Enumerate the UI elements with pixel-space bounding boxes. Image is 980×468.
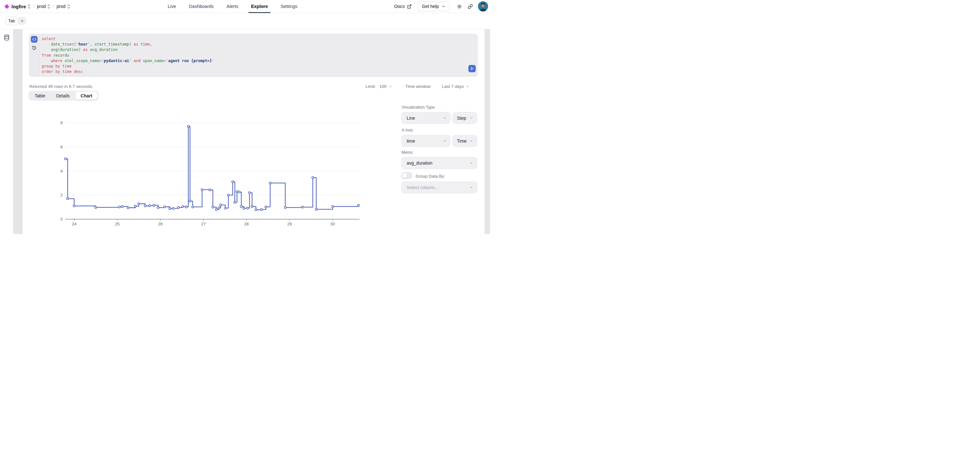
limit-select[interactable]: 100 — [379, 84, 392, 89]
query-history-button[interactable] — [31, 45, 38, 51]
data-point-marker[interactable] — [178, 207, 180, 209]
get-help-button[interactable]: Get help — [417, 2, 450, 11]
data-point-marker[interactable] — [358, 204, 360, 206]
data-point-marker[interactable] — [138, 203, 140, 205]
docs-link[interactable]: Docs — [394, 4, 412, 9]
data-point-marker[interactable] — [201, 189, 203, 191]
sort-chevrons-icon — [48, 4, 50, 9]
share-link-button[interactable] — [466, 2, 475, 11]
data-point-marker[interactable] — [224, 207, 226, 209]
nav-item-explore[interactable]: Explore — [248, 0, 270, 13]
view-tab-table[interactable]: Table — [30, 92, 50, 100]
view-tab-details[interactable]: Details — [51, 92, 75, 100]
data-point-marker[interactable] — [185, 206, 187, 208]
data-point-marker[interactable] — [312, 177, 314, 179]
view-tab-chart[interactable]: Chart — [75, 92, 97, 100]
data-point-marker[interactable] — [191, 206, 194, 208]
sql-mode-button[interactable] — [31, 36, 38, 43]
play-icon — [470, 67, 474, 71]
data-point-marker[interactable] — [228, 194, 229, 196]
data-point-marker[interactable] — [118, 206, 120, 208]
data-point-marker[interactable] — [331, 206, 334, 208]
data-point-marker[interactable] — [255, 209, 257, 211]
nav-item-live[interactable]: Live — [165, 0, 179, 13]
x-axis-tick-label: 26 — [158, 222, 162, 226]
data-point-marker[interactable] — [284, 207, 286, 209]
nav-item-alerts[interactable]: Alerts — [224, 0, 241, 13]
data-point-marker[interactable] — [189, 200, 191, 202]
time-window-select[interactable]: Last 7 days — [442, 84, 469, 89]
sql-code-line: select — [42, 36, 465, 42]
data-point-marker[interactable] — [149, 205, 151, 207]
metric-select[interactable]: avg_duration — [401, 157, 477, 169]
data-point-marker[interactable] — [164, 206, 165, 208]
data-point-marker[interactable] — [153, 204, 154, 206]
data-point-marker[interactable] — [127, 207, 129, 209]
data-point-marker[interactable] — [95, 206, 97, 208]
x-axis-type-value: Time — [457, 139, 467, 144]
data-point-marker[interactable] — [240, 206, 242, 208]
org-switcher-icon[interactable] — [28, 4, 30, 9]
data-point-marker[interactable] — [67, 198, 69, 200]
data-point-marker[interactable] — [220, 204, 221, 206]
group-data-toggle[interactable] — [401, 172, 412, 179]
data-point-marker[interactable] — [261, 209, 262, 211]
visualization-type-label: Visualization Type — [401, 105, 434, 110]
run-query-button[interactable] — [468, 65, 476, 72]
data-point-marker[interactable] — [269, 182, 271, 184]
breadcrumb-switcher-icon[interactable] — [48, 4, 50, 9]
nav-item-settings[interactable]: Settings — [278, 0, 300, 13]
data-point-marker[interactable] — [209, 189, 211, 191]
data-point-marker[interactable] — [248, 192, 250, 193]
avatar[interactable] — [478, 1, 488, 11]
x-axis-type-select[interactable]: Time — [452, 135, 477, 147]
data-point-marker[interactable] — [144, 205, 146, 207]
org-name[interactable]: logfire — [11, 4, 26, 9]
data-point-marker[interactable] — [212, 206, 214, 208]
data-point-marker[interactable] — [73, 205, 75, 207]
data-point-marker[interactable] — [236, 190, 238, 192]
sql-query-input[interactable]: select date_trunc('hour', start_timestam… — [42, 36, 465, 75]
data-point-marker[interactable] — [121, 206, 124, 208]
data-point-marker[interactable] — [188, 125, 189, 127]
x-axis-column-select[interactable]: time — [401, 135, 450, 147]
y-axis-tick-label: 2 — [60, 193, 63, 197]
data-point-marker[interactable] — [315, 208, 317, 210]
data-point-marker[interactable] — [232, 181, 234, 183]
visualization-type-select[interactable]: Line — [401, 112, 450, 124]
data-point-marker[interactable] — [215, 209, 217, 211]
data-point-marker[interactable] — [246, 207, 248, 209]
data-point-marker[interactable] — [172, 207, 174, 209]
data-point-marker[interactable] — [302, 206, 304, 208]
sql-editor-panel: select date_trunc('hour', start_timestam… — [29, 34, 477, 77]
data-point-marker[interactable] — [65, 158, 67, 160]
data-point-marker[interactable] — [238, 191, 240, 193]
breadcrumb-item[interactable]: prod — [37, 4, 46, 9]
nav-item-dashboards[interactable]: Dashboards — [186, 0, 216, 13]
data-point-marker[interactable] — [243, 207, 245, 209]
data-point-marker[interactable] — [265, 206, 267, 208]
chevron-down-icon — [466, 85, 469, 88]
data-point-marker[interactable] — [251, 206, 253, 208]
x-axis-tick-label: 28 — [244, 222, 248, 226]
data-point-marker[interactable] — [169, 208, 171, 209]
line-mode-select[interactable]: Step — [452, 112, 477, 124]
sql-code-line: avg(duration) as avg_duration — [42, 47, 465, 53]
result-view-tabs: TableDetailsChart — [29, 91, 98, 101]
data-point-marker[interactable] — [182, 206, 184, 208]
breadcrumb-switcher-icon[interactable] — [67, 4, 70, 9]
data-point-marker[interactable] — [218, 207, 220, 209]
data-point-marker[interactable] — [134, 205, 136, 207]
visualization-type-value: Line — [407, 115, 415, 121]
query-tab[interactable]: Tab — [5, 16, 18, 25]
group-column-select[interactable]: Select column... — [401, 182, 477, 193]
breadcrumb-item[interactable]: prod — [57, 4, 65, 9]
data-point-marker[interactable] — [234, 201, 236, 203]
chevron-down-icon — [469, 185, 473, 189]
data-point-marker[interactable] — [157, 207, 159, 209]
x-axis-tick-label: 24 — [72, 222, 76, 226]
line-mode-value: Step — [457, 115, 466, 121]
logfire-explore-page: logfire /prod/prod LiveDashboardsAlertsE… — [0, 0, 490, 234]
add-tab-button[interactable]: + — [18, 17, 26, 25]
theme-toggle-button[interactable] — [455, 2, 464, 11]
